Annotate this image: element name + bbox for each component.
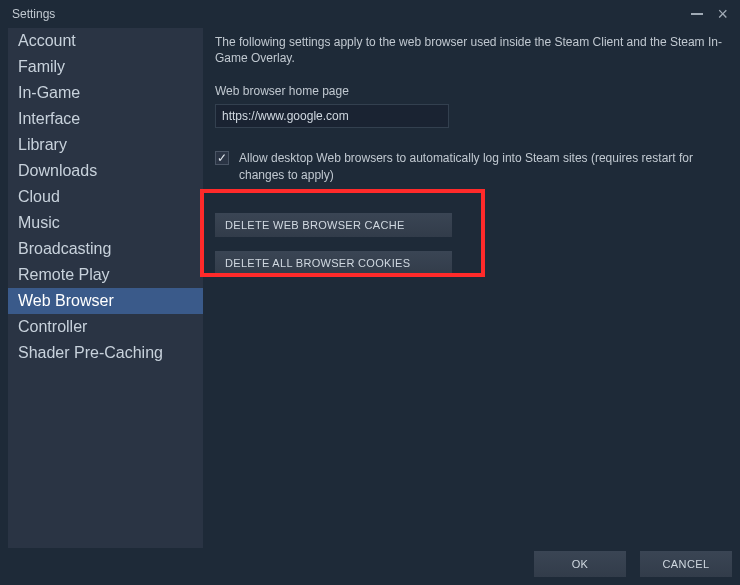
autologin-row: ✓ Allow desktop Web browsers to automati…: [215, 150, 722, 182]
footer: OK CANCEL: [534, 551, 732, 577]
sidebar-item-library[interactable]: Library: [8, 132, 203, 158]
sidebar-item-account[interactable]: Account: [8, 28, 203, 54]
delete-cache-button[interactable]: DELETE WEB BROWSER CACHE: [215, 213, 452, 237]
homepage-input[interactable]: [215, 104, 449, 128]
sidebar-item-web-browser[interactable]: Web Browser: [8, 288, 203, 314]
content-area: Account Family In-Game Interface Library…: [0, 28, 740, 548]
cancel-button[interactable]: CANCEL: [640, 551, 732, 577]
sidebar-item-broadcasting[interactable]: Broadcasting: [8, 236, 203, 262]
window-title: Settings: [8, 7, 55, 21]
titlebar: Settings ×: [0, 0, 740, 28]
sidebar-item-remote-play[interactable]: Remote Play: [8, 262, 203, 288]
sidebar-item-controller[interactable]: Controller: [8, 314, 203, 340]
sidebar-item-music[interactable]: Music: [8, 210, 203, 236]
titlebar-controls: ×: [687, 3, 732, 25]
panel-description: The following settings apply to the web …: [215, 34, 722, 66]
delete-cookies-button[interactable]: DELETE ALL BROWSER COOKIES: [215, 251, 452, 275]
autologin-label: Allow desktop Web browsers to automatica…: [239, 150, 722, 182]
minimize-icon: [691, 7, 703, 19]
homepage-label: Web browser home page: [215, 84, 722, 98]
sidebar-item-downloads[interactable]: Downloads: [8, 158, 203, 184]
sidebar-item-family[interactable]: Family: [8, 54, 203, 80]
sidebar-item-shader-pre-caching[interactable]: Shader Pre-Caching: [8, 340, 203, 366]
ok-button[interactable]: OK: [534, 551, 626, 577]
main-panel: The following settings apply to the web …: [203, 28, 732, 548]
sidebar-item-in-game[interactable]: In-Game: [8, 80, 203, 106]
minimize-button[interactable]: [687, 3, 707, 25]
autologin-checkbox[interactable]: ✓: [215, 151, 229, 165]
sidebar-item-cloud[interactable]: Cloud: [8, 184, 203, 210]
sidebar: Account Family In-Game Interface Library…: [8, 28, 203, 548]
close-button[interactable]: ×: [713, 6, 732, 22]
sidebar-item-interface[interactable]: Interface: [8, 106, 203, 132]
